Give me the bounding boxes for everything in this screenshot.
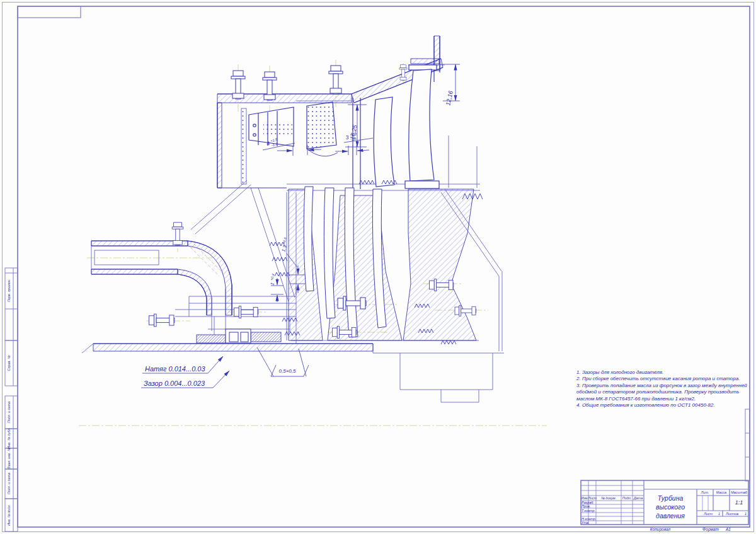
tb-col-data: Дата [633,496,643,500]
svg-text:+0,4: +0,4 [270,273,275,281]
tb-sheets-value: 1 [745,512,747,516]
svg-text:3: 3 [345,134,349,141]
note-line: 1. Зазоры для холодного двигателя. [576,369,750,376]
footer-copied: Копировал [650,527,671,532]
turbine-section-drawing: 12,16 16,25 3 +1,3 -1,5 4 +1,5 -1,7 1,3 … [79,36,547,426]
roller-bearing [226,329,251,343]
dimension-12-16: 12,16 [444,90,454,106]
tb-sheet-label: Лист [703,512,713,516]
stamp-sprav-no: Справ. № [7,355,11,371]
tb-row-prov: Пров. [581,504,591,508]
stamp-podp-data-1: Подп. и дата [7,402,11,423]
tb-sheets-label: Листов [725,512,738,516]
stamp-inv-dubl: Инв. № дубл. [7,427,11,449]
natyag-annotation: Натяг 0.014...0.03 [145,365,205,373]
note-line: 3. Проверить попадание масла из форсунок… [576,383,750,389]
drawing-title: Турбина высокого давления [644,490,696,523]
tb-col-doc: № докум. [601,496,616,500]
stamp-podp-data-2: Подп. и дата [7,473,11,494]
tb-scale-label: Масштаб [731,490,748,494]
footer-format-value: А1 [725,527,731,531]
tb-row-utv: Утв. [581,521,590,525]
right-edge-strip [745,409,750,481]
tb-mass-label: Масса [716,490,726,494]
chamfer-annotation: 0,5×0,5 [279,368,296,374]
top-left-cell [18,6,81,18]
tb-scale-value: 1:1 [735,499,743,506]
technical-notes: 1. Зазоры для холодного двигателя. 2. Пр… [576,369,750,409]
svg-text:1: 1 [269,282,275,286]
dimension-3-tol: 3 +1,3 -1,5 [345,132,358,141]
tb-sheet-value: 1 [718,512,720,516]
stamp-perv-primen: Перв. примен. [7,279,11,303]
cad-canvas: Перв. примен. Справ. № Подп. и дата Инв.… [0,0,756,534]
note-line: обоймой и сепаратором роликоподшипника. … [576,389,750,395]
dimension-1-tol: 1 +0,4 [268,273,278,286]
tb-row-tkontr: Т.контр. [581,509,595,513]
tb-col-list: Лист [587,496,597,500]
zazor-annotation: Зазор 0.004...0.023 [144,380,205,387]
margin-stamps: Перв. примен. Справ. № Подп. и дата Инв.… [5,268,18,531]
footer-strip: Копировал Формат А1 [650,527,731,532]
drawing-sheet: Перв. примен. Справ. № Подп. и дата Инв.… [0,0,756,534]
note-line: 2. При сборке обеспечить отсутствие каса… [576,376,750,382]
tb-lit-label: Лит. [701,490,709,494]
note-line: маслом МК-8 ГОСТ6457-66 при давлении 1 к… [576,396,750,402]
tb-col-podp: Подп. [622,496,632,500]
stamp-vzam-inv: Взам. инв. № [7,448,11,469]
note-line: 4. Общие требования к изготовлению по ОС… [576,402,750,409]
footer-format-label: Формат [702,527,719,532]
stamp-inv-podl: Инв. № подл. [7,504,11,526]
